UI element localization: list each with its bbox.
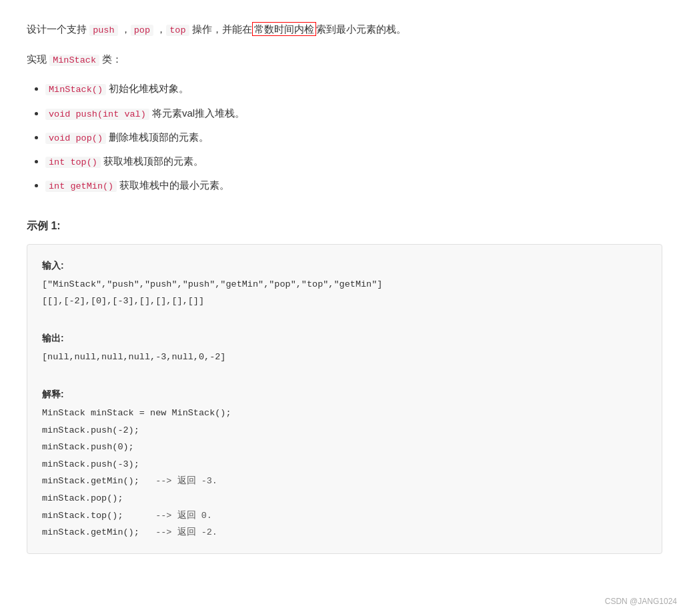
explain-line-1: minStack.push(-2); — [42, 422, 647, 439]
list-item: void pop() 删除堆栈顶部的元素。 — [45, 128, 662, 147]
minstack-code: MinStack — [49, 55, 99, 66]
explain-line-7: minStack.getMin(); --> 返回 -2. — [42, 524, 647, 541]
explain-line-6: minStack.top(); --> 返回 0. — [42, 507, 647, 525]
impl-suffix: 类： — [99, 53, 122, 65]
comma1: ， — [118, 23, 131, 35]
input-label: 输入: — [42, 257, 647, 275]
desc-prefix: 设计一个支持 — [27, 23, 89, 35]
list-item: int getMin() 获取堆栈中的最小元素。 — [45, 176, 662, 195]
explain-line-2: minStack.push(0); — [42, 439, 647, 456]
method-code-3: int top() — [45, 157, 101, 168]
highlight-text: 常数时间内检 — [252, 22, 316, 36]
implement-line: 实现 MinStack 类： — [27, 51, 662, 69]
explain-line-4: minStack.getMin(); --> 返回 -3. — [42, 473, 647, 490]
method-desc-3: 获取堆栈顶部的元素。 — [101, 155, 203, 167]
input-line1: ["MinStack","push","push","push","getMin… — [42, 276, 647, 293]
explain-line-0: MinStack minStack = new MinStack(); — [42, 405, 647, 422]
impl-prefix: 实现 — [27, 53, 49, 65]
example-box: 输入: ["MinStack","push","push","push","ge… — [27, 244, 662, 554]
explain-label: 解释: — [42, 385, 647, 403]
example-section-title: 示例 1: — [27, 217, 662, 235]
explain-line-5: minStack.pop(); — [42, 490, 647, 507]
method-code-4: int getMin() — [45, 181, 117, 192]
list-item: int top() 获取堆栈顶部的元素。 — [45, 152, 662, 171]
method-code-2: void pop() — [45, 133, 106, 144]
problem-description: 设计一个支持 push ，pop ，top 操作，并能在常数时间内检索到最小元素… — [27, 20, 662, 39]
desc-suffix: 索到最小元素的栈。 — [316, 23, 406, 35]
list-item: void push(int val) 将元素val推入堆栈。 — [45, 104, 662, 123]
push-code: push — [89, 25, 117, 36]
output-label: 输出: — [42, 329, 647, 347]
list-item: MinStack() 初始化堆栈对象。 — [45, 79, 662, 98]
output-line: [null,null,null,null,-3,null,0,-2] — [42, 349, 647, 366]
method-desc-1: 将元素val推入堆栈。 — [149, 107, 245, 119]
method-desc-2: 删除堆栈顶部的元素。 — [106, 131, 209, 143]
explain-line-3: minStack.push(-3); — [42, 456, 647, 473]
method-code-0: MinStack() — [45, 84, 106, 95]
pop-code: pop — [131, 25, 153, 36]
desc-middle: 操作，并能在 — [189, 23, 252, 35]
method-desc-0: 初始化堆栈对象。 — [106, 83, 189, 94]
comma2: ， — [153, 23, 166, 35]
method-code-1: void push(int val) — [45, 109, 149, 120]
method-list: MinStack() 初始化堆栈对象。 void push(int val) 将… — [45, 79, 662, 195]
method-desc-4: 获取堆栈中的最小元素。 — [117, 179, 229, 191]
top-code: top — [166, 25, 189, 36]
input-line2: [[],[-2],[0],[-3],[],[],[],[]] — [42, 293, 647, 310]
